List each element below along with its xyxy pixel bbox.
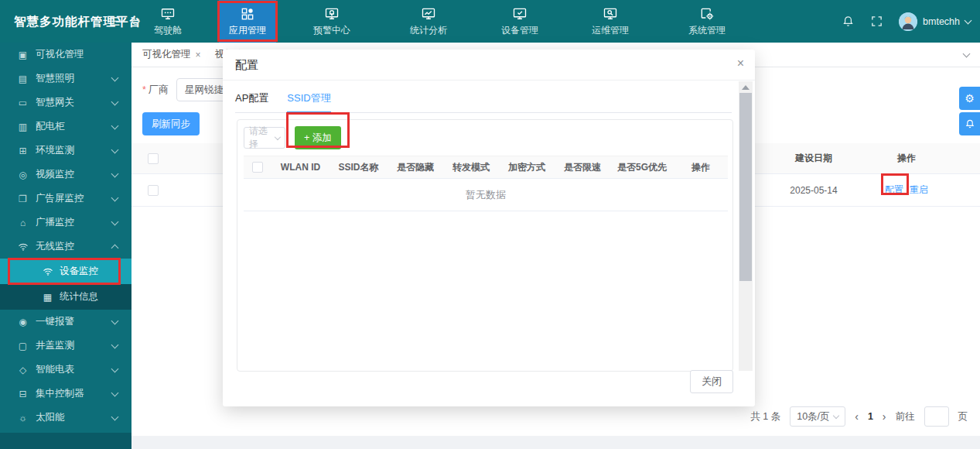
sidebar-item-one-key-alarm[interactable]: ◉ 一键报警 (0, 310, 131, 334)
column-rate-limit: 是否限速 (555, 161, 610, 174)
column-wlan-id: WLAN ID (271, 162, 330, 173)
nav-item-cockpit[interactable]: 驾驶舱 (139, 0, 196, 43)
sidebar-item-manhole-monitoring[interactable]: ▢ 井盖监测 (0, 334, 131, 358)
column-build-date: 建设日期 (756, 152, 872, 165)
sidebar-item-environment-monitoring[interactable]: ⊞ 环境监测 (0, 139, 131, 163)
required-mark: * (142, 84, 146, 95)
sidebar-item-adscreen-monitoring[interactable]: ❐ 广告屏监控 (0, 187, 131, 211)
ssid-controls: 请选择 + 添加 (244, 126, 726, 149)
sidebar-item-label: 无线监控 (36, 240, 74, 253)
column-5g-priority: 是否5G优先 (610, 161, 674, 174)
sidebar-item-label: 广告屏监控 (36, 192, 84, 205)
sidebar-item-solar[interactable]: ☼ 太阳能 (0, 406, 131, 430)
close-icon[interactable]: × (196, 50, 201, 60)
current-page[interactable]: 1 (868, 411, 873, 422)
sidebar-item-power-cabinet[interactable]: ▥ 配电柜 (0, 115, 131, 139)
nav-label: 设备管理 (501, 24, 538, 37)
sidebar-item-label: 配电柜 (36, 120, 65, 133)
page-size-select[interactable]: 10条/页 (790, 406, 845, 427)
sidebar-item-label: 智慧照明 (36, 72, 74, 85)
controller-icon: ⊟ (17, 389, 29, 399)
modal-close-button[interactable]: 关闭 (690, 370, 733, 393)
chevron-down-icon (965, 16, 972, 24)
sidebar-item-statistics-info[interactable]: ▦ 统计信息 (0, 284, 131, 310)
nav-item-alert-center[interactable]: 预警中心 (303, 0, 360, 43)
modal-close-icon[interactable]: × (737, 57, 744, 70)
sidebar-item-wireless-monitoring[interactable]: 无线监控 (0, 235, 131, 259)
ssid-section: 请选择 + 添加 WLAN ID SSID名称 是否隐藏 转发模式 加密方式 是… (237, 119, 733, 372)
sidebar-item-smart-gateway[interactable]: ▭ 智慧网关 (0, 91, 131, 115)
nav-item-ops-management[interactable]: 运维管理 (582, 0, 639, 43)
chevron-down-icon (111, 389, 119, 396)
add-button[interactable]: + 添加 (295, 126, 341, 149)
prev-page-button[interactable]: ‹ (855, 410, 859, 423)
select-all-checkbox[interactable] (148, 153, 159, 164)
main-nav: 驾驶舱 应用管理 预警中心 统计分析 设备管理 运维管理 系统管理 (0, 0, 851, 43)
alarm-float-button[interactable] (959, 112, 980, 135)
tab-ap-config[interactable]: AP配置 (235, 91, 268, 112)
alert-bell-icon (324, 6, 340, 22)
ops-search-icon (603, 6, 618, 22)
nav-label: 驾驶舱 (154, 24, 182, 37)
ssid-select[interactable]: 请选择 (244, 127, 285, 149)
sidebar-item-label: 环境监测 (36, 144, 74, 157)
sidebar-item-label: 广播监控 (36, 216, 74, 229)
page-tab-visual-management[interactable]: 可视化管理 × (142, 48, 201, 61)
refresh-sync-button[interactable]: 刷新同步 (142, 112, 200, 135)
select-all-checkbox[interactable] (252, 162, 263, 173)
pagination: 共 1 条 10条/页 ‹ 1 › 前往 页 (750, 406, 968, 427)
wireless-submenu: 设备监控 ▦ 统计信息 (0, 259, 131, 310)
total-count: 共 1 条 (750, 410, 780, 423)
sidebar-item-label: 智慧网关 (36, 96, 74, 109)
next-page-button[interactable]: › (883, 410, 886, 423)
chevron-down-icon (111, 365, 119, 372)
sidebar-item-smart-lighting[interactable]: ▤ 智慧照明 (0, 67, 131, 91)
settings-float-button[interactable]: ⚙ (959, 87, 980, 110)
chevron-down-icon (111, 194, 119, 201)
header-right-cluster: bmtechh (842, 0, 971, 43)
column-ssid-name: SSID名称 (330, 161, 388, 174)
nav-label: 预警中心 (313, 24, 350, 37)
chevron-down-icon (833, 412, 839, 418)
reboot-link[interactable]: 重启 (910, 183, 928, 197)
top-header: 智慧多功能杆管理平台 ☰ ↻ 驾驶舱 应用管理 预警中心 统计分析 设备管理 运… (0, 0, 980, 43)
nav-item-statistics[interactable]: 统计分析 (400, 0, 457, 43)
sidebar-item-smart-meter[interactable]: ◇ 智能电表 (0, 358, 131, 382)
tab-ssid-management[interactable]: SSID管理 (287, 91, 330, 113)
fullscreen-icon[interactable] (870, 15, 883, 28)
adscreen-icon: ❐ (17, 194, 29, 204)
config-link[interactable]: 配置 (885, 183, 903, 197)
meter-icon: ◇ (17, 365, 29, 375)
nav-item-device-management[interactable]: 设备管理 (491, 0, 548, 43)
sidebar-item-label: 一键报警 (36, 315, 74, 328)
scroll-up-arrow-icon[interactable] (742, 85, 750, 90)
chevron-up-icon (111, 244, 119, 252)
empty-state-text: 暂无数据 (244, 179, 728, 211)
tabs-overflow-chevron-icon[interactable] (963, 50, 971, 57)
stats-icon: ▦ (42, 292, 53, 303)
sidebar-item-label: 可视化管理 (36, 48, 84, 61)
nav-item-system-management[interactable]: 系统管理 (678, 0, 736, 43)
sidebar: ▣ 可视化管理 ▤ 智慧照明 ▭ 智慧网关 ▥ 配电柜 ⊞ 环境监测 ◎ 视频监… (0, 43, 131, 449)
power-cabinet-icon: ▥ (17, 122, 29, 132)
sidebar-item-label: 统计信息 (60, 290, 98, 303)
sidebar-item-broadcast-monitoring[interactable]: ⌂ 广播监控 (0, 211, 131, 235)
sidebar-item-device-monitoring[interactable]: 设备监控 (0, 259, 131, 284)
nav-label: 系统管理 (688, 24, 726, 37)
chevron-down-icon (111, 341, 119, 348)
modal-scrollbar[interactable] (739, 81, 753, 371)
chevron-down-icon (111, 146, 119, 153)
sidebar-item-video-surveillance[interactable]: ◎ 视频监控 (0, 163, 131, 187)
goto-page-input[interactable] (924, 406, 949, 427)
nav-item-app-management[interactable]: 应用管理 (219, 0, 276, 43)
column-encryption: 加密方式 (499, 161, 555, 174)
manhole-icon: ▢ (17, 341, 29, 351)
solar-icon: ☼ (17, 413, 29, 423)
notification-bell-icon[interactable] (842, 15, 855, 28)
lighting-icon: ▤ (17, 74, 29, 84)
sidebar-item-visual-management[interactable]: ▣ 可视化管理 (0, 43, 131, 67)
row-checkbox[interactable] (148, 185, 159, 196)
sidebar-item-central-controller[interactable]: ⊟ 集中控制器 (0, 382, 131, 406)
user-menu[interactable]: bmtechh (899, 12, 971, 31)
scrollbar-thumb[interactable] (739, 93, 752, 281)
